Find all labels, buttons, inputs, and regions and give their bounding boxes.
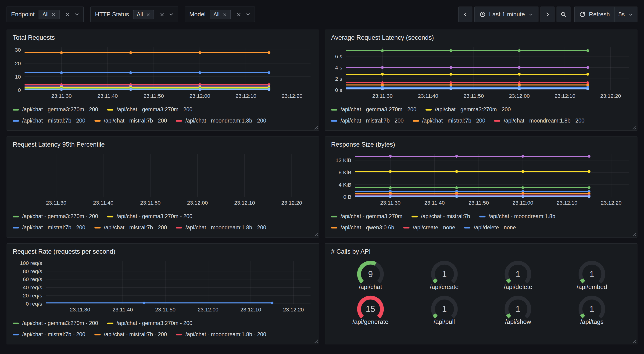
legend-swatch — [12, 216, 19, 217]
legend-item[interactable]: /api/chat - mistral:7b - 200 — [94, 331, 167, 337]
legend-item[interactable]: /api/chat - mistral:7b - 200 — [331, 118, 404, 124]
panel-title[interactable]: Response Size (bytes) — [331, 141, 632, 148]
panel-resize-handle[interactable] — [632, 232, 636, 236]
panel-resize-handle[interactable] — [313, 125, 318, 129]
remove-value-icon[interactable] — [52, 12, 56, 17]
series-point — [129, 88, 132, 91]
panel-resize-handle[interactable] — [313, 338, 318, 343]
legend-item[interactable]: /api/chat - mistral:7b — [412, 213, 470, 219]
panel-resize-handle[interactable] — [632, 338, 636, 343]
legend-swatch — [12, 109, 19, 110]
panel-resize-handle[interactable] — [313, 232, 318, 236]
legend-item[interactable]: /api/chat - gemma3:270m - 200 — [12, 106, 98, 113]
legend-item[interactable]: /api/chat - mistral:7b - 200 — [12, 224, 85, 231]
y-tick-label: 0 — [18, 87, 21, 93]
legend-item[interactable]: /api/chat - moondream:1.8b - 200 — [176, 118, 266, 124]
legend-item[interactable]: /api/chat - mistral:7b - 200 — [12, 118, 85, 124]
panel-title[interactable]: Average Request Latency (seconds) — [331, 34, 632, 42]
legend-item[interactable]: /api/chat - mistral:7b - 200 — [12, 331, 85, 337]
y-tick-label: 10 — [15, 74, 21, 80]
filter-value-chip[interactable]: All — [210, 10, 231, 19]
clear-filter-icon[interactable] — [65, 12, 70, 17]
legend-item[interactable]: /api/chat - gemma3:270m - 200 — [331, 106, 416, 113]
legend-swatch — [331, 109, 337, 110]
legend-item[interactable]: /api/chat - moondream:1.8b — [479, 213, 555, 219]
panel-title[interactable]: # Calls by API — [331, 248, 632, 255]
legend-swatch — [12, 120, 19, 121]
time-range-picker-button[interactable]: Last 1 minute — [474, 7, 538, 22]
time-shift-back-button[interactable] — [458, 7, 472, 22]
legend-item[interactable]: /api/chat - gemma3:270m - 200 — [12, 213, 98, 219]
legend-item[interactable]: /api/chat - moondream:1.8b - 200 — [176, 224, 266, 231]
panel-title[interactable]: Total Requests — [12, 34, 314, 42]
legend-item[interactable]: /api/chat - moondream:1.8b - 200 — [494, 118, 584, 124]
legend-item[interactable]: /api/chat - gemma3:270m - 200 — [107, 213, 192, 219]
series-point — [455, 186, 458, 189]
series-point — [586, 66, 589, 69]
time-shift-forward-button[interactable] — [540, 7, 554, 22]
zoom-out-button[interactable] — [556, 7, 570, 22]
legend-item[interactable]: /api/chat - gemma3:270m - 200 — [107, 320, 192, 326]
legend-item[interactable]: /api/chat - gemma3:270m - 200 — [107, 106, 192, 113]
chart-canvas[interactable]: 23:11:3023:11:4023:11:5023:12:0023:12:10… — [330, 151, 632, 208]
legend-label: /api/chat - mistral:7b - 200 — [104, 331, 167, 337]
gauge-api-tags: 1/api/tags — [555, 294, 629, 325]
filter-value-chip[interactable]: All — [39, 10, 60, 19]
timeseries-chart: 23:11:3023:11:4023:11:5023:12:0023:12:10… — [12, 151, 314, 208]
x-tick-label: 23:11:40 — [93, 200, 113, 206]
legend-swatch — [331, 216, 337, 217]
refresh-interval-button[interactable]: 5s — [615, 7, 638, 22]
panel-title[interactable]: Request Rate (requests per second) — [12, 248, 314, 255]
chevron-down-icon[interactable] — [245, 12, 251, 17]
legend-item[interactable]: /api/delete - none — [464, 224, 516, 231]
legend-item[interactable]: /api/chat - gemma3:270m - 200 — [12, 320, 98, 326]
remove-value-icon[interactable] — [146, 12, 150, 17]
legend-item[interactable]: /api/chat - mistral:7b - 200 — [413, 118, 485, 124]
legend-item[interactable]: /api/chat - gemma3:270m — [331, 213, 402, 219]
variable-filter-http-status[interactable]: HTTP Status All — [90, 7, 178, 22]
clear-filter-icon[interactable] — [236, 12, 242, 17]
legend-label: /api/chat - gemma3:270m - 200 — [22, 213, 98, 219]
y-tick-label: 100 req/s — [20, 260, 42, 266]
filter-value: All — [137, 11, 143, 17]
gauge-value: 1 — [442, 304, 446, 314]
legend-item[interactable]: /api/chat - mistral:7b - 200 — [94, 224, 167, 231]
y-tick-label: 2 s — [335, 76, 342, 82]
legend-label: /api/chat - mistral:7b - 200 — [422, 118, 485, 124]
panel-average-request-latency-seconds: Average Request Latency (seconds) 23:11:… — [325, 30, 638, 131]
panel-title[interactable]: Request Latency 95th Percentile — [12, 141, 314, 148]
variable-filter-model[interactable]: Model All — [185, 7, 255, 22]
legend-label: /api/chat - qwen3:0.6b — [340, 224, 394, 231]
legend-swatch — [494, 120, 500, 121]
legend-row: /api/chat - qwen3:0.6b/api/create - none… — [331, 222, 632, 233]
x-tick-label: 23:11:30 — [46, 200, 66, 206]
refresh-button-group: Refresh 5s — [574, 7, 638, 22]
refresh-button[interactable]: Refresh — [574, 7, 615, 22]
legend-item[interactable]: /api/chat - moondream:1.8b - 200 — [176, 331, 266, 337]
series-point — [268, 88, 270, 91]
chevron-down-icon[interactable] — [74, 12, 80, 17]
legend-item[interactable]: /api/chat - mistral:7b - 200 — [94, 118, 167, 124]
series-point — [381, 88, 384, 90]
legend-item[interactable]: /api/create - none — [403, 224, 455, 231]
variable-filter-endpoint[interactable]: Endpoint All — [6, 7, 84, 22]
panel-request-rate-requests-per-second: Request Rate (requests per second) 23:11… — [6, 243, 319, 344]
x-tick-label: 23:12:00 — [190, 93, 210, 99]
clear-filter-icon[interactable] — [159, 12, 165, 17]
panel-calls-by-api: # Calls by API 9/api/chat1/api/create1/a… — [325, 243, 638, 344]
legend-item[interactable]: /api/chat - gemma3:270m - 200 — [426, 106, 511, 113]
chart-canvas[interactable]: 23:11:3023:11:4023:11:5023:12:0023:12:10… — [12, 151, 314, 208]
series-point — [381, 49, 384, 52]
chart-canvas[interactable]: 23:11:3023:11:4023:11:5023:12:0023:12:10… — [12, 44, 314, 101]
legend-label: /api/chat - gemma3:270m - 200 — [116, 106, 192, 113]
legend-row: /api/chat - gemma3:270m - 200/api/chat -… — [12, 104, 314, 115]
legend-item[interactable]: /api/chat - qwen3:0.6b — [331, 224, 394, 231]
legend-swatch — [331, 120, 337, 121]
panel-resize-handle[interactable] — [632, 125, 636, 129]
filter-value-chip[interactable]: All — [133, 10, 154, 19]
remove-value-icon[interactable] — [222, 12, 227, 17]
chevron-down-icon[interactable] — [168, 12, 174, 17]
y-tick-label: 4 s — [335, 65, 342, 71]
chart-canvas[interactable]: 23:11:3023:11:4023:11:5023:12:0023:12:10… — [12, 258, 314, 314]
chart-canvas[interactable]: 23:11:3023:11:4023:11:5023:12:0023:12:10… — [330, 44, 632, 101]
